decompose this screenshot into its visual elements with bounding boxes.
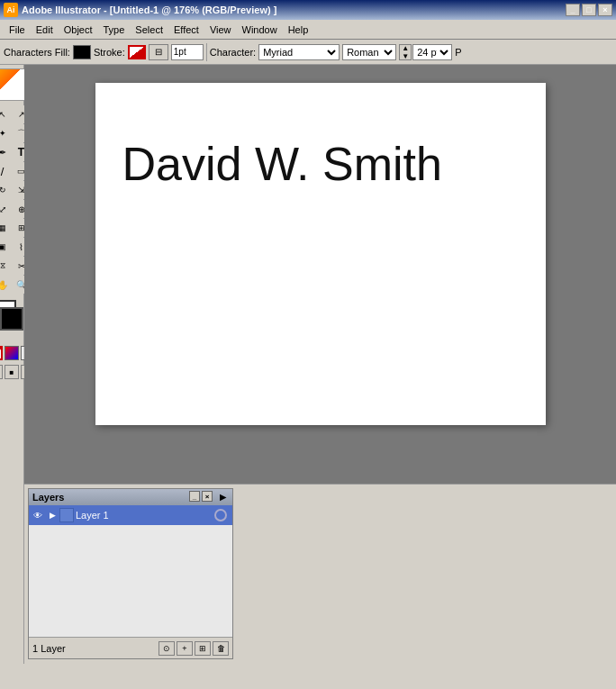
title-bar-controls: _ □ ×	[566, 4, 612, 16]
toolbox: ↖ ↗ ✦ ⌒ ✒ T / ▭ ↻ ⇲ ⤢ ⊕ ▦ ⊞ ▣ ⌇	[0, 65, 24, 664]
stroke-color-box[interactable]	[0, 307, 23, 331]
characters-label: Characters	[4, 47, 52, 58]
layer-row[interactable]: 👁 ▶ Layer 1	[29, 505, 232, 525]
layers-empty-area	[29, 529, 232, 637]
warp-tool[interactable]: ⤢	[0, 200, 12, 218]
canvas-text: David W. Smith	[122, 137, 442, 191]
main-area: ↖ ↗ ✦ ⌒ ✒ T / ▭ ↻ ⇲ ⤢ ⊕ ▦ ⊞ ▣ ⌇	[0, 65, 616, 664]
fill-swatch[interactable]	[73, 45, 91, 59]
make-sublayer-btn[interactable]: ⊙	[159, 641, 175, 656]
gradient-tool[interactable]: ▣	[0, 238, 12, 256]
artboard: David W. Smith	[95, 83, 546, 425]
layers-menu-btn[interactable]: ▶	[216, 491, 229, 503]
title-text: Adobe Illustrator - [Untitled-1 @ 176% (…	[22, 5, 276, 15]
font-style-select[interactable]: Roman	[342, 44, 396, 60]
toolbar-sep	[206, 43, 207, 61]
minimize-button[interactable]: _	[566, 4, 580, 16]
blend-tool[interactable]: ⧖	[0, 257, 12, 275]
layer-thumbnail	[59, 508, 74, 522]
color-btn[interactable]	[5, 346, 19, 360]
bottom-panel: Layers _ × ▶ 👁 ▶ Layer 1	[24, 484, 616, 664]
menu-window[interactable]: Window	[237, 23, 283, 37]
stroke-weight-icon[interactable]: ⊟	[149, 44, 168, 60]
font-size-select[interactable]: 24 pt	[412, 44, 452, 60]
font-size-overflow: P	[455, 47, 461, 58]
layer-count: 1 Layer	[32, 643, 66, 654]
chart-tool[interactable]: ▦	[0, 219, 12, 237]
characters-toolbar: Characters Fill: Stroke: ⊟ 1pt Character…	[0, 40, 616, 65]
canvas-bg: David W. Smith	[24, 65, 616, 484]
layers-footer-buttons: ⊙ + ⊞ 🗑	[159, 641, 229, 656]
layers-title: Layers	[32, 492, 64, 503]
canvas-area[interactable]: David W. Smith	[24, 65, 616, 484]
none-color-btn[interactable]	[0, 346, 3, 360]
layer-visibility-icon[interactable]: 👁	[31, 508, 45, 522]
pen-tool[interactable]: ✒	[0, 143, 12, 161]
delete-layer-btn[interactable]: 🗑	[213, 641, 229, 656]
layers-content: 👁 ▶ Layer 1	[29, 505, 232, 529]
font-family-select[interactable]: Myriad	[258, 44, 340, 60]
stroke-label: Stroke:	[94, 47, 125, 58]
layers-footer: 1 Layer ⊙ + ⊞ 🗑	[29, 637, 232, 658]
magic-wand-tool[interactable]: ✦	[0, 124, 12, 142]
menu-view[interactable]: View	[204, 23, 237, 37]
character-label: Character:	[210, 47, 256, 58]
add-layer-btn[interactable]: +	[177, 641, 193, 656]
maximize-button[interactable]: □	[582, 4, 596, 16]
menu-edit[interactable]: Edit	[31, 23, 59, 37]
layer-target-icon[interactable]	[214, 509, 227, 521]
app-icon: Ai	[4, 3, 18, 17]
menu-type[interactable]: Type	[98, 23, 131, 37]
layers-title-bar: Layers _ × ▶	[29, 489, 232, 505]
menu-bar: File Edit Object Type Select Effect View…	[0, 20, 616, 40]
layers-close-btn[interactable]: ×	[202, 491, 213, 502]
layer-name: Layer 1	[76, 510, 213, 521]
right-area: David W. Smith Layers _ × ▶	[24, 65, 616, 664]
hand-tool[interactable]: ✋	[0, 276, 12, 294]
layers-panel-controls: _ × ▶	[189, 491, 229, 503]
layers-panel: Layers _ × ▶ 👁 ▶ Layer 1	[28, 488, 233, 659]
title-bar: Ai Adobe Illustrator - [Untitled-1 @ 176…	[0, 0, 616, 20]
fill-label: Fill:	[55, 47, 70, 58]
selection-tool[interactable]: ↖	[0, 105, 12, 123]
font-size-spinner[interactable]: ▲▼	[399, 44, 412, 60]
menu-help[interactable]: Help	[283, 23, 314, 37]
stroke-weight-input[interactable]: 1pt	[171, 44, 204, 60]
menu-object[interactable]: Object	[59, 23, 98, 37]
full-view-btn[interactable]: ■	[5, 365, 19, 379]
menu-select[interactable]: Select	[130, 23, 168, 37]
menu-effect[interactable]: Effect	[168, 23, 204, 37]
close-button[interactable]: ×	[598, 4, 612, 16]
line-tool[interactable]: /	[0, 162, 12, 180]
menu-file[interactable]: File	[4, 23, 31, 37]
stroke-swatch[interactable]	[128, 45, 146, 59]
normal-view-btn[interactable]: ▭	[0, 365, 3, 379]
layers-minimize-btn[interactable]: _	[189, 491, 200, 502]
layer-expand-icon[interactable]: ▶	[47, 510, 58, 521]
rotate-tool[interactable]: ↻	[0, 181, 12, 199]
add-sublayer-btn[interactable]: ⊞	[195, 641, 211, 656]
